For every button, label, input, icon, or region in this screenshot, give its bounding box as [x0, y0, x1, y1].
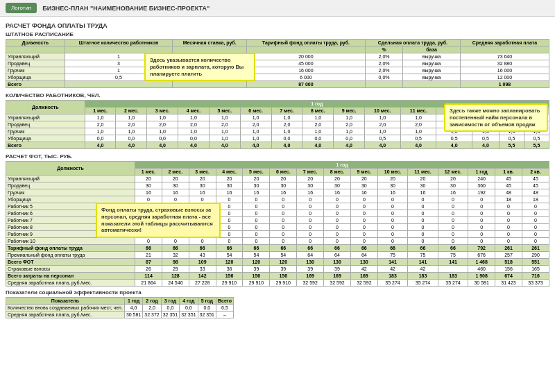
page-title: РАСЧЕТ ФОНДА ОПЛАТЫ ТРУДА	[6, 22, 549, 29]
section-fot-title: РАСЧЕТ ФОТ, тыс. руб.	[6, 153, 549, 160]
fot-zatrat-row: Всего затраты на персонал114128142156156…	[6, 273, 549, 280]
fot-row-r7: Работник 7000000000000000	[6, 217, 549, 224]
fot-row-r10: Работник 10000000000000000	[6, 238, 549, 245]
fot-strakh-row: Страховые взносы262933363939393942424246…	[6, 266, 549, 273]
workers-row-4: Уборщица 0,00,00,00,01,01,00,00,00,00,50…	[6, 135, 549, 142]
staffing-table: Должность Штатное количество работников …	[6, 39, 549, 88]
fot-tarif-row: Тарифный фонд оплаты труда66666666666666…	[6, 245, 549, 252]
section-staffing-title: ШТАТНОЕ РАСПИСАНИЕ	[6, 31, 549, 37]
fot-prem-row: Премиальный фонд оплаты труда21324354545…	[6, 252, 549, 259]
fot-table: Должность 1 год 1 мес.2 мес.3 мес. 4 мес…	[6, 161, 549, 287]
header: Логотип БИЗНЕС-ПЛАН "НАИМЕНОВАНИЕ БИЗНЕС…	[0, 0, 555, 17]
fot-row-r9: Работник 9000000000000000	[6, 231, 549, 238]
callout-3: Фонд оплаты труда, страховые взносы за п…	[96, 203, 221, 238]
fot-row-uprav: Управляющий20202020202020202020202024045…	[6, 176, 549, 182]
callout-2: Здесь также можно запланировать постепен…	[444, 103, 548, 132]
fot-row-r8: Работник 8000000000000000	[6, 224, 549, 231]
indicators-row-1: Количество вновь создаваемых рабочих мес…	[6, 305, 234, 312]
header-title: БИЗНЕС-ПЛАН "НАИМЕНОВАНИЕ БИЗНЕС-ПРОЕКТА…	[42, 5, 210, 12]
indicators-title: Показатели социальной эффективности прое…	[6, 289, 549, 296]
fot-row-prodavec: Продавец3030303030303030303030303604545	[6, 182, 549, 189]
indicators-row-2: Средняя заработная плата, руб./мес. 30 5…	[6, 312, 234, 318]
indicators-table: Показатель 1 год 2 год 3 год 4 год 5 год…	[6, 297, 234, 318]
fot-row-ubor: Уборщица00000000000001818	[6, 196, 549, 203]
indicators-section: Показатели социальной эффективности прое…	[6, 289, 549, 318]
section-workers-title: КОЛИЧЕСТВО РАБОТНИКОВ, чел.	[6, 92, 549, 99]
staffing-total-row: Всего 87 0001 098	[6, 81, 549, 88]
staffing-row-3: Грузчик 116 00016 0002,0%выручка16 000	[6, 67, 549, 74]
staffing-row-4: Уборщица 0,512 0006 0000,0%выручка12 000	[6, 74, 549, 81]
fot-row-gruz: Грузчик1616161616161616161616161924848	[6, 189, 549, 196]
workers-total-row: Всего 4,04,04,04,04,04,04,04,04,04,04,04…	[6, 142, 549, 149]
staffing-row-2: Продавец 315 00045 0002,0%выручка32 880	[6, 60, 549, 67]
logo-button[interactable]: Логотип	[6, 3, 37, 13]
staffing-row-1: Управляющий 120 00020 0002,0%выручка73 6…	[6, 53, 549, 60]
fot-row-r6: Работник 6000000000000000	[6, 210, 549, 217]
fot-row-r5: Работник 5000000000000000	[6, 203, 549, 210]
fot-vsego-row: Всего ФОТ8798109120120120130130130141141…	[6, 259, 549, 266]
callout-1: Здесь указывается количество работников …	[144, 53, 255, 81]
fot-avg-row: Средняя заработная плата, руб./мес.21 86…	[6, 280, 549, 287]
